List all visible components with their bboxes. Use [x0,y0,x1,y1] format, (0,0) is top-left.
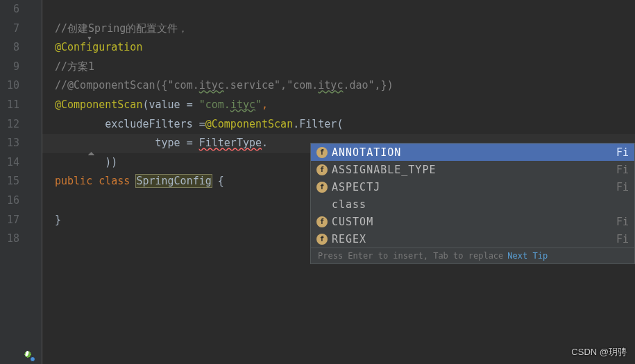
line-number: 18 [0,229,19,249]
line-number: 16 [0,191,19,211]
line-numbers: 6 7 8 9 10 11 12 13 14 15 16 17 18 [0,0,25,249]
code-line [55,0,635,19]
field-icon: f [316,216,328,227]
line-number: 9 [0,58,19,77]
fold-arrow-icon[interactable]: ▾ [87,33,92,43]
autocomplete-item[interactable]: f ASPECTJ Fi [311,178,634,196]
gutter: 6 7 8 9 10 11 12 13 14 15 16 17 18 [0,0,42,364]
autocomplete-type: Fi [616,216,629,228]
code-area[interactable]: ▾ ⏶ //创建Spring的配置文件， @Configuration //方案… [42,0,635,364]
code-line: @ComponentScan(value = "com.ityc", [55,96,635,115]
next-tip-link[interactable]: Next Tip [507,251,548,261]
autocomplete-label: ASSIGNABLE_TYPE [332,164,616,176]
autocomplete-item[interactable]: f ASSIGNABLE_TYPE Fi [311,161,634,178]
code-editor: 6 7 8 9 10 11 12 13 14 15 16 17 18 ▾ ⏶ [0,0,635,364]
autocomplete-label: class [332,198,629,211]
line-number: 7 [0,19,19,39]
autocomplete-item[interactable]: f REGEX Fi [311,230,634,248]
magnify-badge-icon [30,356,35,362]
line-number: 11 [0,96,19,115]
line-number: 12 [0,115,19,135]
line-number: 10 [0,76,19,96]
line-number: 14 [0,153,19,173]
autocomplete-type: Fi [616,146,629,159]
spring-bean-icon[interactable] [22,349,33,360]
autocomplete-label: ANNOTATION [332,146,616,159]
autocomplete-type: Fi [616,233,629,245]
field-icon: f [316,164,328,175]
line-number: 8 [0,38,19,58]
watermark: CSDN @玥骋 [571,346,627,358]
code-line: @Configuration [55,38,635,58]
field-icon: f [316,147,328,158]
code-line: //@ComponentScan({"com.ityc.service","co… [55,76,635,96]
code-line: excludeFilters =@ComponentScan.Filter( [55,115,635,135]
autocomplete-footer: Press Enter to insert, Tab to replace Ne… [311,248,634,263]
code-line: //创建Spring的配置文件， [55,19,635,39]
line-number: 17 [0,211,19,230]
autocomplete-label: CUSTOM [332,216,616,228]
line-number: 6 [0,0,19,19]
line-number: 15 [0,172,19,191]
autocomplete-label: ASPECTJ [332,181,616,193]
autocomplete-item[interactable]: f ANNOTATION Fi [311,144,634,161]
empty-icon [316,199,328,210]
autocomplete-popup: f ANNOTATION Fi f ASSIGNABLE_TYPE Fi f A… [310,143,635,264]
autocomplete-item[interactable]: class [311,196,634,213]
autocomplete-hint: Press Enter to insert, Tab to replace [318,251,503,261]
line-number: 13 [0,134,19,153]
autocomplete-type: Fi [616,164,629,176]
warning-icon[interactable]: ⏶ [87,148,96,159]
autocomplete-item[interactable]: f CUSTOM Fi [311,213,634,230]
autocomplete-type: Fi [616,181,629,193]
field-icon: f [316,234,328,245]
code-line: //方案1 [55,58,635,77]
autocomplete-label: REGEX [332,233,616,245]
field-icon: f [316,182,328,193]
